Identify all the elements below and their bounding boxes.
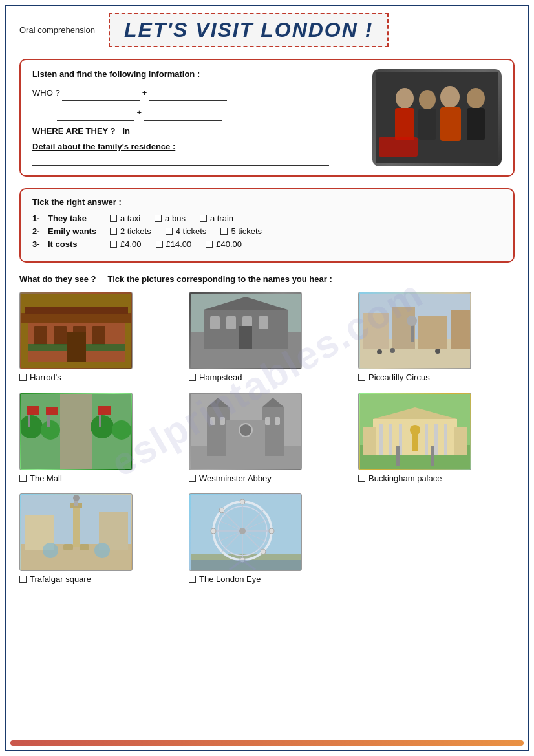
option-label-3-2: £14.00 <box>166 239 192 249</box>
landmark-mall: The Mall <box>19 393 176 483</box>
svg-point-44 <box>41 420 60 440</box>
svg-point-112 <box>261 549 266 554</box>
detail-label: Detail about the family's residence : <box>32 142 362 151</box>
checkbox-westminster[interactable] <box>189 475 196 482</box>
svg-rect-95 <box>191 495 301 554</box>
tick-option-1-3[interactable]: a train <box>200 213 233 223</box>
who-dots-1 <box>62 85 140 101</box>
landmark-piccadilly: Piccadilly Circus <box>358 292 515 382</box>
landmark-label-londoneye: The London Eye <box>189 574 261 584</box>
listen-title: Listen and find the following informatio… <box>32 69 362 79</box>
tick-num-3: 3- <box>32 239 44 249</box>
landmark-label-trafalgar: Trafalgar square <box>19 574 91 584</box>
svg-point-107 <box>240 499 245 504</box>
landmark-img-mall <box>19 393 133 470</box>
tick-option-3-1[interactable]: £4.00 <box>110 239 142 249</box>
checkbox-2-1[interactable] <box>110 228 117 235</box>
checkbox-trafalgar[interactable] <box>19 576 27 583</box>
landmark-name-piccadilly: Piccadilly Circus <box>368 373 430 382</box>
tick-num-1: 1- <box>32 213 44 223</box>
option-label-2-2: 4 tickets <box>176 226 207 236</box>
tick-option-2-1[interactable]: 2 tickets <box>110 226 151 236</box>
svg-rect-10 <box>379 137 418 157</box>
landmark-name-londoneye: The London Eye <box>199 574 261 584</box>
londoneye-svg <box>191 495 301 570</box>
landmark-img-londoneye <box>189 493 302 571</box>
where-line: WHERE ARE THEY ? in <box>32 126 362 136</box>
svg-point-89 <box>43 543 58 558</box>
tick-row-2: 2- Emily wants 2 tickets 4 tickets 5 tic… <box>32 226 502 236</box>
landmark-westminster: Westminster Abbey <box>189 393 345 483</box>
checkbox-hampstead[interactable] <box>189 374 196 381</box>
svg-rect-113 <box>191 560 301 570</box>
svg-rect-70 <box>379 424 383 455</box>
option-label-1-2: a bus <box>165 213 186 223</box>
landmark-label-buckingham: Buckingham palace <box>358 473 442 483</box>
svg-rect-61 <box>220 417 225 425</box>
mall-svg <box>21 394 131 469</box>
svg-point-64 <box>239 424 252 437</box>
option-label-1-3: a train <box>210 213 233 223</box>
section-tick: Tick the right answer : 1- They take a t… <box>19 188 515 263</box>
checkbox-3-3[interactable] <box>206 241 213 248</box>
option-label-3-1: £4.00 <box>120 239 142 249</box>
svg-rect-85 <box>73 505 80 547</box>
landmark-harrods: Harrod's <box>19 292 176 382</box>
family-photo-svg <box>376 72 498 163</box>
checkbox-2-2[interactable] <box>166 228 173 235</box>
harrods-svg <box>21 294 131 368</box>
trafalgar-svg <box>21 495 131 570</box>
checkbox-1-2[interactable] <box>155 215 162 222</box>
tick-option-1-2[interactable]: a bus <box>155 213 186 223</box>
svg-rect-24 <box>210 316 220 329</box>
checkbox-mall[interactable] <box>19 475 27 482</box>
landmark-label-piccadilly: Piccadilly Circus <box>358 373 430 382</box>
landmark-img-buckingham <box>358 393 471 470</box>
checkbox-1-1[interactable] <box>110 215 117 222</box>
svg-rect-63 <box>275 417 280 425</box>
svg-rect-52 <box>98 406 111 415</box>
svg-point-40 <box>435 349 440 354</box>
tick-option-1-1[interactable]: a taxi <box>110 213 140 223</box>
svg-rect-32 <box>363 313 389 349</box>
checkbox-buckingham[interactable] <box>358 475 365 482</box>
svg-rect-25 <box>226 316 236 329</box>
svg-rect-68 <box>363 427 376 455</box>
family-photo <box>372 69 502 166</box>
westminster-svg <box>191 394 301 469</box>
checkbox-londoneye[interactable] <box>189 576 196 583</box>
svg-point-104 <box>239 528 246 534</box>
tick-row-3: 3- It costs £4.00 £14.00 £40.00 <box>32 239 502 249</box>
section-listen: Listen and find the following informatio… <box>19 59 515 177</box>
landmark-label-harrods: Harrod's <box>19 373 61 382</box>
where-label: WHERE ARE THEY ? <box>32 126 116 136</box>
svg-rect-80 <box>431 446 434 466</box>
svg-rect-73 <box>425 424 428 455</box>
see-instruction: Tick the pictures corresponding to the n… <box>108 274 332 284</box>
checkbox-harrods[interactable] <box>19 374 27 381</box>
tick-subject-1: They take <box>48 213 106 223</box>
tick-option-2-2[interactable]: 4 tickets <box>166 226 207 236</box>
landmark-trafalgar: Trafalgar square <box>19 493 176 584</box>
tick-num-2: 2- <box>32 226 44 236</box>
buckingham-svg <box>360 394 470 469</box>
checkbox-3-1[interactable] <box>110 241 117 248</box>
checkbox-1-3[interactable] <box>200 215 207 222</box>
where-prefix: in <box>122 126 130 136</box>
svg-rect-13 <box>34 326 47 345</box>
svg-point-39 <box>390 348 395 353</box>
tick-option-2-3[interactable]: 5 tickets <box>220 226 262 236</box>
checkbox-piccadilly[interactable] <box>358 374 365 381</box>
tick-option-3-3[interactable]: £40.00 <box>206 239 242 249</box>
svg-rect-79 <box>396 446 400 466</box>
svg-rect-50 <box>46 407 58 415</box>
landmark-hampstead: Hampstead <box>189 292 345 382</box>
checkbox-2-3[interactable] <box>220 228 228 235</box>
tick-option-3-2[interactable]: £14.00 <box>156 239 192 249</box>
svg-point-90 <box>94 543 110 558</box>
svg-rect-60 <box>210 417 215 425</box>
hampstead-svg <box>191 294 301 368</box>
checkbox-3-2[interactable] <box>156 241 163 248</box>
landmark-londoneye: The London Eye <box>189 493 345 584</box>
svg-rect-74 <box>434 424 438 455</box>
